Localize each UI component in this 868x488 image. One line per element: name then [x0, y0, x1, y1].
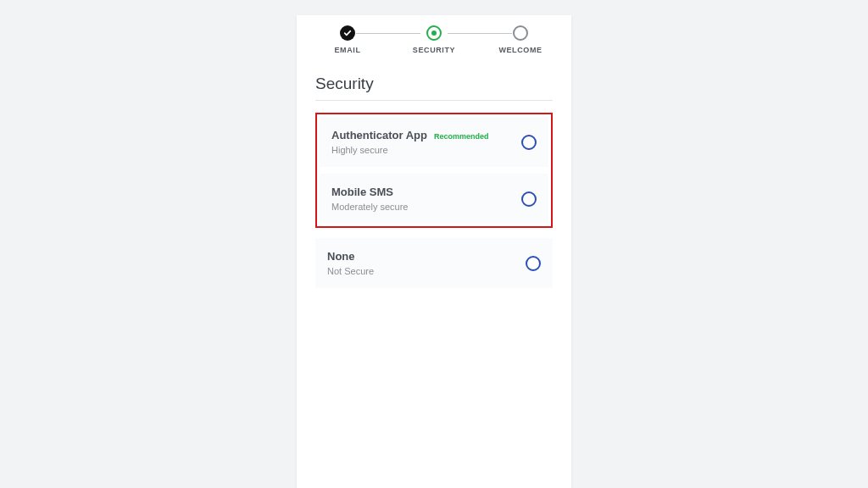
stepper-label: SECURITY — [413, 46, 455, 54]
highlighted-options-group: Authenticator App Recommended Highly sec… — [315, 113, 553, 228]
security-section: Security Authenticator App Recommended H… — [297, 63, 571, 313]
option-title: Authenticator App — [331, 129, 427, 141]
setup-card: EMAIL SECURITY WELCOME Security Authenti… — [297, 15, 571, 488]
radio-icon[interactable] — [521, 191, 537, 207]
option-subtitle: Highly secure — [331, 145, 521, 155]
stepper-label: WELCOME — [498, 46, 542, 54]
stepper-step-security[interactable]: SECURITY — [407, 25, 461, 54]
active-dot-icon — [426, 25, 442, 41]
option-subtitle: Not Secure — [327, 266, 526, 276]
radio-icon[interactable] — [526, 256, 541, 271]
option-authenticator-app[interactable]: Authenticator App Recommended Highly sec… — [320, 117, 548, 167]
option-text: None Not Secure — [327, 250, 526, 276]
stepper: EMAIL SECURITY WELCOME — [297, 15, 571, 63]
option-none[interactable]: None Not Secure — [315, 238, 553, 288]
option-text: Mobile SMS Moderately secure — [331, 186, 521, 212]
option-text: Authenticator App Recommended Highly sec… — [331, 129, 521, 155]
radio-icon[interactable] — [521, 135, 537, 150]
option-title: None — [327, 250, 355, 263]
circle-icon — [513, 25, 528, 41]
recommended-badge: Recommended — [434, 132, 489, 141]
stepper-label: EMAIL — [335, 46, 361, 54]
stepper-step-welcome[interactable]: WELCOME — [493, 25, 548, 54]
option-title: Mobile SMS — [331, 186, 393, 198]
option-mobile-sms[interactable]: Mobile SMS Moderately secure — [320, 174, 548, 224]
option-subtitle: Moderately secure — [331, 202, 521, 212]
section-title: Security — [315, 75, 553, 101]
stepper-step-email[interactable]: EMAIL — [320, 25, 375, 54]
check-icon — [340, 25, 355, 41]
